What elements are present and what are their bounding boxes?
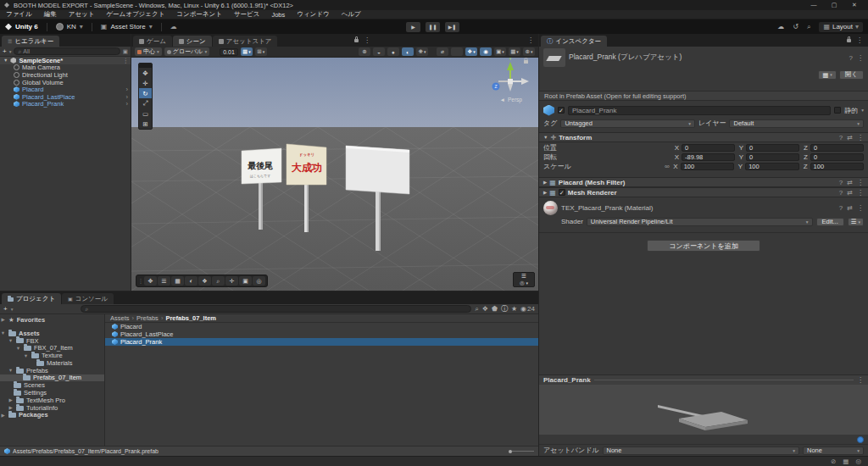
tab-game[interactable]: ゲーム [133, 36, 172, 47]
tree-row-texture[interactable]: ▼ Texture [0, 352, 104, 359]
overlay-grid-icon[interactable]: ▦ [171, 276, 184, 286]
scene-visibility-toggle[interactable]: ◉ [480, 47, 492, 56]
tree-row-packages[interactable]: ▶ Packages [0, 412, 104, 419]
gizmo-lock-icon[interactable] [524, 60, 528, 64]
pivot-mode-dropdown[interactable]: 中心 ▾ [135, 47, 162, 56]
view-hand-tool[interactable]: ✥ [139, 68, 152, 78]
tree-row-prefabs[interactable]: ▼ Prefabs [0, 367, 104, 374]
tree-row-prefabs-07-item[interactable]: Prefabs_07_Item [0, 374, 104, 382]
collab-icon[interactable]: ☁ [170, 23, 177, 31]
tree-row-materials[interactable]: Materials [0, 359, 104, 367]
help-icon[interactable]: ? [839, 189, 843, 197]
gameobject-name-field[interactable]: Placard_Prank [568, 106, 831, 115]
account-caret-icon[interactable]: ▾ [80, 23, 83, 31]
rotate-tool[interactable]: ↻ [139, 88, 152, 98]
shader-edit-button[interactable]: Edit... [816, 218, 844, 226]
material-header[interactable]: TEX_Placard_Prank (Material) ? ⇄ ⋮ [539, 199, 868, 216]
effects-dropdown[interactable]: ❋ ▾ [416, 47, 428, 56]
breadcrumb-current[interactable]: Prefabs_07_Item [165, 314, 216, 322]
overlay-compass-icon[interactable]: ◎ [253, 276, 265, 286]
menu-file[interactable]: ファイル [0, 10, 38, 19]
tree-row-tutorialinfo[interactable]: ▶ TutorialInfo [0, 404, 104, 412]
overlays-dropdown[interactable]: ❖ ▾ [465, 47, 477, 56]
rect-tool[interactable]: ▭ [139, 108, 152, 119]
overlay-layers-icon[interactable]: ☰ [158, 276, 170, 286]
scale-x-field[interactable]: 100 [681, 163, 734, 170]
help-icon[interactable]: ? [839, 134, 843, 141]
hierarchy-item-placard[interactable]: Placard › [0, 86, 131, 93]
header-menu-icon[interactable]: ⋮ [857, 54, 864, 62]
search-by-type-icon[interactable]: ⌕ [475, 305, 478, 313]
position-z-field[interactable]: 0 [810, 144, 864, 152]
shading-mode-toggle[interactable]: ⊕ [359, 47, 370, 56]
component-menu-icon[interactable]: ⋮ [857, 179, 864, 186]
add-component-button[interactable]: コンポーネントを追加 [647, 240, 760, 252]
dock-menu-icon[interactable]: ⋮ [527, 36, 534, 44]
transform-component-header[interactable]: ▼ ✛ Transform ? ⇄ ⋮ [539, 132, 868, 142]
tab-asset-store[interactable]: アセットストア [213, 36, 278, 47]
grid-visibility-dropdown[interactable]: ▦ ▾ [509, 47, 520, 56]
preset-icon[interactable]: ⇄ [847, 134, 853, 141]
component-menu-icon[interactable]: ⋮ [857, 189, 864, 197]
foldout-icon[interactable]: ▼ [543, 135, 548, 140]
mesh-renderer-header[interactable]: ▶ ▦ ✓ Mesh Renderer ? ⇄ ⋮ [539, 187, 868, 197]
pause-button[interactable]: ❚❚ [426, 22, 440, 32]
grid-snap-size-field[interactable]: 0.01 [220, 48, 238, 56]
tab-hierarchy[interactable]: ☰ ヒエラルキー [2, 36, 59, 47]
tab-console[interactable]: ▣ コンソール [62, 293, 114, 304]
create-button[interactable]: + [3, 47, 7, 55]
position-x-field[interactable]: 0 [682, 144, 735, 152]
foldout-icon[interactable]: ▶ [0, 317, 6, 322]
create-caret-icon[interactable]: ▾ [9, 49, 12, 54]
filter-by-label-icon[interactable]: ⬟ [492, 305, 498, 313]
tree-row-settings[interactable]: Settings [0, 389, 104, 397]
component-menu-icon[interactable]: ⋮ [857, 204, 864, 212]
menu-help[interactable]: ヘルプ [336, 10, 367, 19]
menu-services[interactable]: サービス [228, 10, 266, 19]
static-checkbox[interactable] [834, 107, 841, 114]
increment-snap-dropdown[interactable]: ⊞ ▾ [255, 47, 267, 56]
prefab-mode-dropdown[interactable]: ▦ ▾ [818, 70, 837, 80]
tree-row-assets[interactable]: ▼ Assets [0, 330, 104, 337]
audio-mute-toggle[interactable]: ⌀ [437, 47, 448, 56]
foldout-icon[interactable]: ▼ [15, 346, 21, 351]
project-search-input[interactable]: ⌕ [81, 305, 471, 313]
hierarchy-scene-row[interactable]: ▼ SampleScene* ⋮ [0, 57, 131, 64]
file-row-placard[interactable]: Placard [105, 323, 538, 330]
orientation-dropdown[interactable]: グローバル ▾ [164, 47, 209, 56]
code-coverage-icon[interactable]: ◎ [855, 458, 861, 465]
component-menu-icon[interactable]: ⋮ [857, 134, 864, 141]
paint-brush-icon[interactable] [857, 436, 864, 443]
preset-icon[interactable]: ⇄ [847, 189, 853, 197]
overlay-particles-icon[interactable]: ❖ [198, 276, 211, 286]
cloud-icon[interactable]: ☁ [777, 23, 784, 31]
hierarchy-item-placard-lastplace[interactable]: Placard_LastPlace › [0, 93, 131, 101]
expand-icon[interactable]: ▼ [3, 58, 8, 63]
preview-menu-icon[interactable]: ⋮ [857, 376, 864, 384]
tree-row-fbx-07-item[interactable]: ▼ FBX_07_Item [0, 344, 104, 352]
dock-menu-icon[interactable]: ⋮ [364, 36, 370, 44]
static-caret-icon[interactable]: ▾ [861, 108, 864, 113]
menu-edit[interactable]: 編集 [38, 10, 63, 19]
asset-store-button[interactable]: Asset Store [110, 23, 145, 31]
preset-icon[interactable]: ⇄ [847, 204, 853, 212]
thumbnail-size-slider[interactable] [509, 450, 534, 453]
account-avatar[interactable] [56, 23, 64, 31]
close-button[interactable]: ✕ [845, 2, 864, 8]
gizmos-dropdown[interactable]: ⊕ ▾ [523, 47, 535, 56]
scale-link-icon[interactable]: ∞ [665, 163, 670, 170]
scale-y-field[interactable]: 100 [745, 163, 798, 170]
move-tool[interactable]: ✛ [139, 78, 152, 88]
hierarchy-item-placard-prank[interactable]: Placard_Prank › [0, 101, 131, 108]
breadcrumb-prefabs[interactable]: Prefabs [136, 314, 159, 322]
preview-header[interactable]: Placard_Prank ⋮ [539, 374, 868, 385]
mesh-filter-header[interactable]: ▶ ▦ Placard (Mesh Filter) ? ⇄ ⋮ [539, 177, 868, 187]
rotation-z-field[interactable]: 0 [810, 153, 864, 161]
breadcrumb-assets[interactable]: Assets [110, 314, 130, 322]
preview-viewport[interactable] [539, 385, 868, 435]
foldout-icon[interactable]: ▶ [8, 405, 14, 410]
skybox-toggle[interactable]: ◐ [402, 47, 414, 56]
file-row-placard-prank[interactable]: Placard_Prank [105, 338, 538, 346]
shader-dropdown[interactable]: Universal Render Pipeline/Lit ▾ [587, 218, 813, 226]
foldout-icon[interactable]: ▼ [8, 368, 14, 373]
